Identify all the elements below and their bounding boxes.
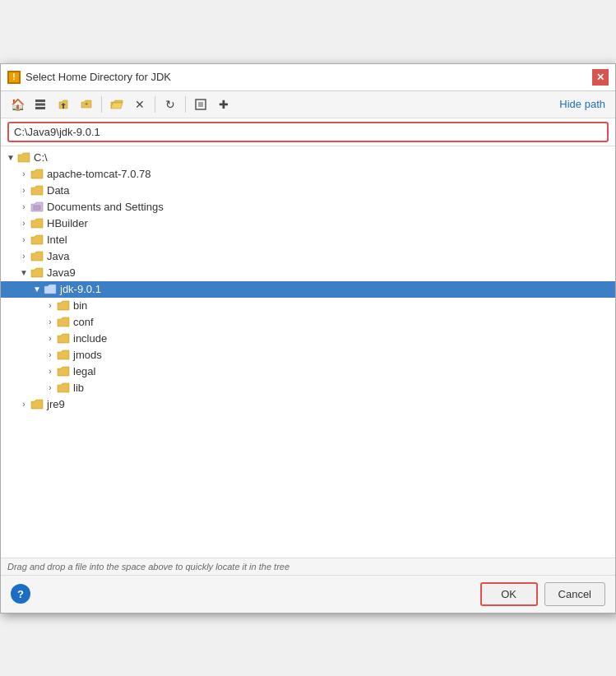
folder-icon-include [57,332,70,345]
new-folder-icon[interactable]: + [76,95,96,114]
open-folder-icon[interactable] [107,95,127,114]
list-view-icon[interactable] [30,95,50,114]
folder-icon-jmods [57,349,70,362]
separator-2 [155,96,155,113]
expand-icon-jmods[interactable]: › [44,349,57,362]
folder-icon-hbuilder [30,217,44,230]
title-bar-left: ! Select Home Directory for JDK [7,71,171,84]
separator-3 [185,96,186,113]
folder-icon-legal [57,365,70,378]
folder-icon-java9 [30,266,44,280]
folder-icon-apache-tomcat [30,168,44,181]
folder-icon-jre9 [30,398,44,411]
cancel-button[interactable]: Cancel [544,582,605,606]
expand-icon-java[interactable]: › [17,250,30,263]
tree-item-data[interactable]: › Data [1,183,615,199]
expand-icon-documents-settings[interactable]: › [17,201,30,214]
ok-button[interactable]: OK [480,582,538,606]
tree-item-include[interactable]: › include [1,331,615,347]
delete-icon[interactable]: ✕ [130,95,150,114]
expand-icon-include[interactable]: › [44,332,57,345]
expand-icon-apache-tomcat[interactable]: › [17,168,30,181]
tree-item-label-intel: Intel [47,234,67,246]
tree-item-bin[interactable]: › bin [1,298,615,314]
select-directory-dialog: ! Select Home Directory for JDK ✕ 🏠 + ✕ … [0,63,616,613]
tree-item-java9[interactable]: ▼ Java9 [1,265,615,281]
title-bar: ! Select Home Directory for JDK ✕ [1,64,615,91]
svg-rect-8 [34,206,40,210]
tree-item-documents-settings[interactable]: › Documents and Settings [1,199,615,215]
expand-icon-legal[interactable]: › [44,365,57,378]
folder-icon-c-root [17,151,30,164]
tree-item-label-bin: bin [73,299,87,312]
tree-item-label-jre9: jre9 [47,398,65,410]
hide-path-button[interactable]: Hide path [556,96,609,112]
tree-item-label-data: Data [47,184,69,197]
tree-item-conf[interactable]: › conf [1,314,615,331]
toolbar: 🏠 + ✕ ↻ ✚ Hide path [1,91,615,118]
add-bookmark-icon[interactable]: ✚ [214,95,234,114]
folder-icon-lib [57,382,70,395]
folder-icon-intel [30,234,44,247]
refresh-icon[interactable]: ↻ [160,95,180,114]
status-bar: Drag and drop a file into the space abov… [1,558,615,575]
expand-icon-c-root[interactable]: ▼ [4,151,17,164]
expand-icon-data[interactable]: › [17,184,30,197]
tree-item-intel[interactable]: › Intel [1,232,615,248]
help-button[interactable]: ? [11,584,30,604]
expand-icon-java9[interactable]: ▼ [17,266,30,280]
expand-icon-bin[interactable]: › [44,299,57,313]
status-text: Drag and drop a file into the space abov… [7,562,289,572]
tree-item-label-apache-tomcat: apache-tomcat-7.0.78 [47,168,151,180]
expand-icon-jre9[interactable]: › [17,398,30,411]
bookmarks-icon[interactable] [191,95,211,114]
tree-item-label-documents-settings: Documents and Settings [47,201,164,213]
path-bar [1,118,615,146]
tree-item-label-jdk-9.0.1: jdk-9.0.1 [60,283,101,295]
tree-item-lib[interactable]: › lib [1,380,615,396]
app-icon: ! [7,71,21,84]
folder-icon-conf [57,316,70,329]
expand-icon-conf[interactable]: › [44,316,57,329]
tree-item-hbuilder[interactable]: › HBuilder [1,215,615,232]
file-tree: ▼ C:\ › apache-tomcat-7.0.78 › Data [1,146,615,558]
tree-item-java[interactable]: › Java [1,248,615,265]
tree-item-label-lib: lib [73,382,84,394]
tree-item-label-hbuilder: HBuilder [47,217,88,229]
tree-item-label-java9: Java9 [47,266,76,279]
svg-rect-0 [35,100,45,102]
folder-icon-data [30,184,44,197]
parent-folder-icon[interactable] [53,95,73,114]
tree-item-jre9[interactable]: › jre9 [1,396,615,413]
footer: ? OK Cancel [1,575,615,613]
tree-item-label-java: Java [47,250,69,262]
folder-icon-bin [57,299,70,313]
tree-item-jdk-9.0.1[interactable]: ▼ jdk-9.0.1 [1,281,615,298]
svg-rect-1 [35,103,45,105]
expand-icon-jdk-9.0.1[interactable]: ▼ [30,283,44,296]
tree-item-label-legal: legal [73,365,95,377]
svg-text:+: + [85,100,89,108]
expand-icon-intel[interactable]: › [17,234,30,247]
svg-rect-2 [35,107,45,109]
separator-1 [101,96,102,113]
expand-icon-hbuilder[interactable]: › [17,217,30,230]
expand-icon-lib[interactable]: › [44,382,57,395]
tree-item-legal[interactable]: › legal [1,363,615,380]
path-input[interactable] [7,122,609,142]
tree-item-label-conf: conf [73,316,94,328]
folder-icon-documents-settings [30,201,44,214]
folder-icon-java [30,250,44,263]
folder-icon-jdk-9.0.1 [44,283,57,296]
dialog-title: Select Home Directory for JDK [25,71,171,83]
tree-item-jmods[interactable]: › jmods [1,347,615,363]
home-icon[interactable]: 🏠 [7,95,27,114]
close-button[interactable]: ✕ [592,69,609,86]
tree-item-label-c-root: C:\ [34,151,48,164]
tree-item-c-root[interactable]: ▼ C:\ [1,150,615,166]
tree-item-apache-tomcat[interactable]: › apache-tomcat-7.0.78 [1,166,615,183]
tree-item-label-include: include [73,332,107,345]
footer-buttons: OK Cancel [480,582,605,606]
tree-item-label-jmods: jmods [73,349,102,361]
